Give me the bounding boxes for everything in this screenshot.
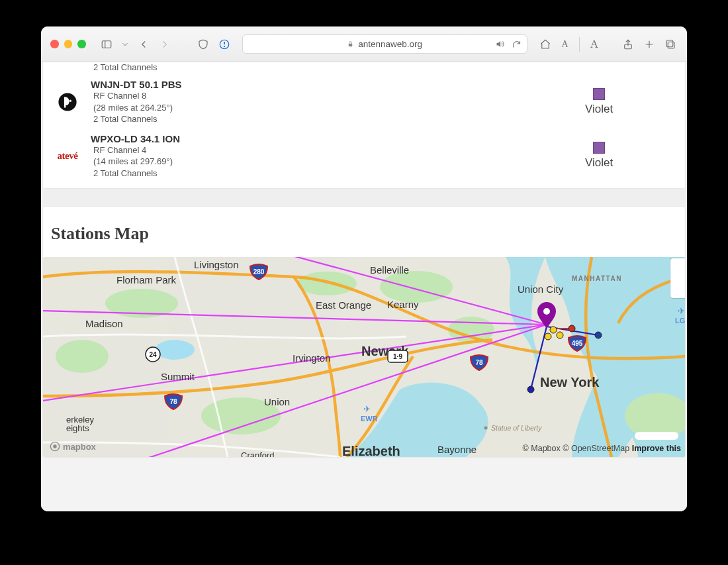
svg-text:STATEN: STATEN xyxy=(514,456,546,457)
password-manager-icon[interactable] xyxy=(217,37,232,52)
map-title: Stations Map xyxy=(43,207,685,257)
text-size-small-button[interactable]: A xyxy=(559,39,571,50)
svg-text:Cranford: Cranford xyxy=(241,450,275,457)
svg-text:MANHATTAN: MANHATTAN xyxy=(572,275,622,282)
svg-point-72 xyxy=(53,445,56,448)
minimize-window-button[interactable] xyxy=(64,40,73,48)
svg-text:EWR: EWR xyxy=(361,415,378,423)
svg-text:eights: eights xyxy=(66,423,89,433)
back-button-icon[interactable] xyxy=(136,37,151,52)
color-label: Violet xyxy=(585,156,613,170)
url-text: antennaweb.org xyxy=(358,39,422,49)
svg-text:East Orange: East Orange xyxy=(316,299,371,311)
svg-point-33 xyxy=(545,333,551,340)
svg-rect-0 xyxy=(102,40,111,48)
svg-text:✈: ✈ xyxy=(363,404,371,414)
maximize-window-button[interactable] xyxy=(77,40,86,48)
close-window-button[interactable] xyxy=(50,40,59,48)
station-direction: (28 miles at 264.25°) xyxy=(93,102,408,114)
url-right-controls xyxy=(495,39,522,49)
svg-text:Belleville: Belleville xyxy=(370,264,409,276)
svg-point-23 xyxy=(155,340,195,360)
svg-text:1·9: 1·9 xyxy=(393,353,402,360)
station-sub-channels: 2 Total Channels xyxy=(43,62,685,76)
address-bar[interactable]: antennaweb.org xyxy=(242,34,527,54)
svg-point-34 xyxy=(527,386,534,393)
svg-point-37 xyxy=(543,308,550,315)
station-rf-channel: RF Channel 4 xyxy=(93,144,408,156)
svg-text:24: 24 xyxy=(149,351,157,358)
svg-point-17 xyxy=(56,340,109,373)
svg-point-36 xyxy=(569,325,575,332)
stations-map[interactable]: LivingstonFlorham ParkBellevilleUnion Ci… xyxy=(43,257,685,457)
forward-button-icon[interactable] xyxy=(158,37,172,52)
svg-text:Florham Park: Florham Park xyxy=(116,274,177,285)
color-label: Violet xyxy=(585,103,613,116)
map-attribution[interactable]: © Mapbox © OpenStreetMap Improve this xyxy=(523,444,681,453)
station-total-channels: 2 Total Channels xyxy=(93,113,408,125)
tabs-overview-icon[interactable] xyxy=(663,37,678,52)
color-swatch xyxy=(593,142,605,154)
svg-point-12 xyxy=(69,99,71,101)
svg-point-35 xyxy=(595,332,602,338)
station-total-channels: 2 Total Channels xyxy=(93,168,408,180)
svg-point-58 xyxy=(484,427,488,430)
antenna-color-indicator: Violet xyxy=(526,142,672,170)
svg-point-19 xyxy=(297,272,357,295)
svg-text:78: 78 xyxy=(169,398,177,405)
svg-text:Bayonne: Bayonne xyxy=(437,444,477,455)
svg-text:495: 495 xyxy=(572,340,583,347)
lock-icon xyxy=(347,40,354,48)
share-icon[interactable] xyxy=(621,37,635,52)
new-tab-icon[interactable] xyxy=(642,37,657,52)
svg-text:Livingston: Livingston xyxy=(194,259,239,270)
text-size-large-button[interactable]: A xyxy=(588,38,601,51)
shield-icon[interactable] xyxy=(196,37,210,52)
svg-rect-9 xyxy=(668,42,674,48)
station-info: WNJN-DT 50.1 PBS RF Channel 8 (28 miles … xyxy=(91,79,408,125)
station-direction: (14 miles at 297.69°) xyxy=(93,156,408,168)
station-row[interactable]: WNJN-DT 50.1 PBS RF Channel 8 (28 miles … xyxy=(43,76,685,130)
color-swatch xyxy=(593,88,605,100)
browser-toolbar: antennaweb.org A A xyxy=(41,26,687,62)
mapbox-logo: mapbox xyxy=(50,441,96,452)
home-icon[interactable] xyxy=(538,37,553,52)
station-title: WPXO-LD 34.1 ION xyxy=(91,133,408,144)
svg-text:Union: Union xyxy=(264,396,290,407)
map-zoom-control[interactable] xyxy=(670,258,685,298)
stations-list: 2 Total Channels WNJN-DT 50.1 PBS RF Cha… xyxy=(42,62,686,189)
antenna-color-indicator: Violet xyxy=(526,88,672,116)
svg-text:✈: ✈ xyxy=(678,306,685,316)
svg-rect-10 xyxy=(666,40,673,47)
traffic-lights xyxy=(50,40,86,48)
audio-icon[interactable] xyxy=(495,39,505,49)
svg-point-32 xyxy=(557,332,563,338)
station-row[interactable]: atevé WPXO-LD 34.1 ION RF Channel 4 (14 … xyxy=(43,130,685,189)
svg-text:LGA: LGA xyxy=(675,317,685,325)
stations-map-card: Stations Map xyxy=(42,206,686,458)
station-logo-pbs xyxy=(56,91,79,113)
station-info: WPXO-LD 34.1 ION RF Channel 4 (14 miles … xyxy=(91,133,408,180)
svg-text:Statue of Liberty: Statue of Liberty xyxy=(491,424,542,432)
svg-text:Madison: Madison xyxy=(85,318,123,329)
svg-text:Union City: Union City xyxy=(518,283,564,295)
dropdown-chevron-icon[interactable] xyxy=(120,37,130,52)
station-logo-ateve: atevé xyxy=(56,144,79,167)
svg-rect-5 xyxy=(349,44,353,46)
svg-point-20 xyxy=(380,271,453,303)
svg-text:New    York: New York xyxy=(540,375,600,389)
svg-text:Irvington: Irvington xyxy=(293,352,331,364)
svg-text:Kearny: Kearny xyxy=(387,299,419,310)
svg-text:Elizabeth: Elizabeth xyxy=(342,444,400,457)
browser-window: antennaweb.org A A 2 Total Channels xyxy=(41,26,687,511)
page-content: 2 Total Channels WNJN-DT 50.1 PBS RF Cha… xyxy=(41,62,687,511)
svg-point-31 xyxy=(550,327,557,333)
map-scale-bar xyxy=(635,432,678,440)
svg-text:280: 280 xyxy=(253,268,265,276)
sidebar-toggle-icon[interactable] xyxy=(99,37,114,52)
svg-point-4 xyxy=(223,45,224,46)
station-rf-channel: RF Channel 8 xyxy=(93,90,408,102)
svg-text:78: 78 xyxy=(475,359,483,366)
station-title: WNJN-DT 50.1 PBS xyxy=(91,79,408,90)
reload-icon[interactable] xyxy=(512,39,522,49)
